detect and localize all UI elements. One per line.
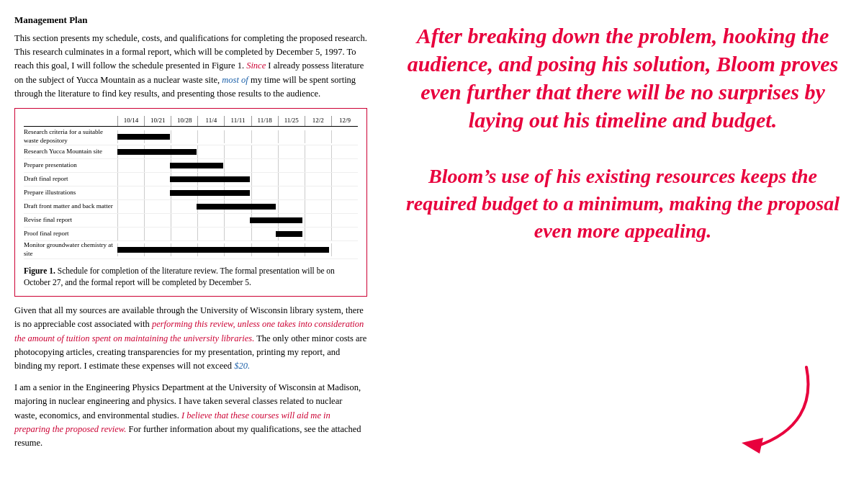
figure-caption: Figure 1. Schedule for completion of the… bbox=[24, 265, 358, 289]
since-highlight: Since bbox=[246, 60, 266, 71]
gantt-date-7: 11/25 bbox=[278, 116, 305, 126]
gantt-task-label-5: Prepare illustrations bbox=[24, 189, 117, 197]
gantt-row-8: Proof final report bbox=[24, 228, 358, 241]
svg-marker-0 bbox=[742, 438, 763, 454]
gantt-row-4: Draft final report bbox=[24, 173, 358, 186]
gantt-row-6: Draft front matter and back matter bbox=[24, 200, 358, 214]
gantt-dates-row: 10/14 10/21 10/28 11/4 11/11 11/18 11/25… bbox=[117, 116, 358, 126]
gantt-header: 10/14 10/21 10/28 11/4 11/11 11/18 11/25… bbox=[24, 116, 358, 127]
gantt-chart: 10/14 10/21 10/28 11/4 11/11 11/18 11/25… bbox=[24, 116, 358, 258]
gantt-task-label-7: Revise final report bbox=[24, 216, 117, 225]
gantt-task-label-2: Research Yucca Mountain site bbox=[24, 148, 117, 156]
qualification-paragraph: I am a senior in the Engineering Physics… bbox=[14, 381, 367, 451]
gantt-row-5: Prepare illustrations bbox=[24, 186, 358, 200]
figure-caption-text: Schedule for completion of the literatur… bbox=[24, 266, 335, 287]
gantt-row-2: Research Yucca Mountain site bbox=[24, 145, 358, 159]
gantt-date-9: 12/9 bbox=[331, 116, 358, 126]
gantt-bars-9 bbox=[117, 243, 358, 256]
gantt-bar-4 bbox=[170, 176, 249, 182]
gantt-bars-4 bbox=[117, 173, 358, 186]
most-of-highlight: most of bbox=[222, 75, 248, 85]
gantt-date-8: 12/2 bbox=[305, 116, 331, 126]
gantt-bar-5 bbox=[170, 190, 249, 196]
gantt-task-label-3: Prepare presentation bbox=[24, 161, 117, 170]
arrow-container bbox=[734, 360, 821, 461]
section-title: Management Plan bbox=[14, 13, 367, 27]
right-panel: After breaking down the problem, hooking… bbox=[382, 0, 864, 504]
left-panel: Management Plan This section presents my… bbox=[0, 0, 382, 504]
secondary-comment: Bloom’s use of his existing resources ke… bbox=[403, 163, 842, 244]
gantt-date-3: 10/28 bbox=[171, 116, 197, 126]
gantt-row-9: Monitor groundwater chemistry at site bbox=[24, 241, 358, 258]
gantt-date-6: 11/18 bbox=[251, 116, 278, 126]
curved-arrow-icon bbox=[734, 360, 821, 461]
gantt-bars-5 bbox=[117, 186, 358, 199]
gantt-bar-3 bbox=[170, 163, 222, 168]
gantt-task-label-4: Draft final report bbox=[24, 175, 117, 184]
gantt-bars-3 bbox=[117, 159, 358, 172]
gantt-bars-7 bbox=[117, 214, 358, 227]
gantt-bar-6 bbox=[197, 204, 276, 210]
intro-paragraph: This section presents my schedule, costs… bbox=[14, 32, 367, 102]
cost-paragraph: Given that all my sources are available … bbox=[14, 304, 367, 374]
gantt-bar-2 bbox=[117, 149, 197, 155]
figure-caption-bold: Figure 1. bbox=[24, 266, 55, 275]
gantt-bar-1 bbox=[117, 134, 170, 140]
gantt-bars-1 bbox=[117, 130, 358, 143]
gantt-task-label-8: Proof final report bbox=[24, 230, 117, 238]
gantt-date-2: 10/21 bbox=[144, 116, 171, 126]
gantt-task-label-9: Monitor groundwater chemistry at site bbox=[24, 241, 117, 258]
gantt-date-4: 11/4 bbox=[197, 116, 224, 126]
gantt-bars-8 bbox=[117, 228, 358, 240]
gantt-row-1: Research criteria for a suitable waste d… bbox=[24, 128, 358, 145]
gantt-bars-2 bbox=[117, 145, 358, 158]
gantt-task-label-1: Research criteria for a suitable waste d… bbox=[24, 128, 117, 145]
gantt-bar-8 bbox=[276, 231, 302, 237]
gantt-row-7: Revise final report bbox=[24, 214, 358, 228]
gantt-label-header bbox=[24, 116, 117, 126]
cost-highlighted-2: $20. bbox=[234, 361, 250, 371]
gantt-bar-9 bbox=[117, 247, 329, 253]
gantt-date-1: 10/14 bbox=[117, 116, 144, 126]
gantt-task-label-6: Draft front matter and back matter bbox=[24, 202, 117, 211]
main-comment: After breaking down the problem, hooking… bbox=[403, 22, 842, 134]
gantt-date-5: 11/11 bbox=[224, 116, 251, 126]
figure-box: 10/14 10/21 10/28 11/4 11/11 11/18 11/25… bbox=[14, 108, 367, 297]
gantt-row-3: Prepare presentation bbox=[24, 159, 358, 173]
gantt-bars-6 bbox=[117, 200, 358, 213]
gantt-bar-7 bbox=[250, 217, 302, 223]
